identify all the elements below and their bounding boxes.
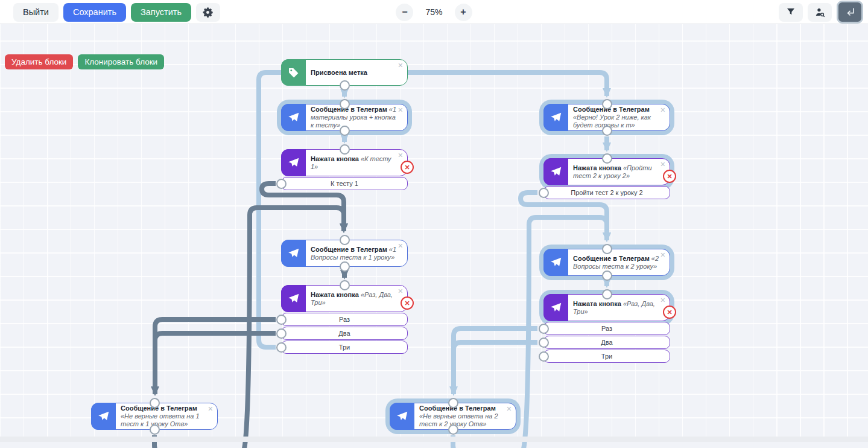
flow-node-button-test1[interactable]: Нажата кнопка «К тесту 1» × ✕ К тесту 1 [281,149,408,190]
button-row[interactable]: Пройти тест 2 к уроку 2 [543,186,670,199]
telegram-icon [281,240,306,267]
close-icon[interactable]: × [661,295,665,305]
flow-node-button-test2[interactable]: Нажата кнопка «Пройти тест 2 к уроку 2» … [543,158,670,199]
telegram-icon [543,158,568,185]
node-title: Присвоена метка [311,69,367,76]
connector-in[interactable] [340,235,350,245]
telegram-icon [91,403,116,430]
connector-in[interactable] [602,153,612,164]
button-row[interactable]: Два [543,336,670,349]
button-row[interactable]: К тесту 1 [281,177,408,190]
return-arrow-icon [844,6,856,18]
close-icon[interactable]: × [661,105,665,115]
clone-blocks-button[interactable]: Клонировать блоки [78,54,164,69]
flow-node-message-quiz2[interactable]: Сообщение в Телеграм «2 Вопросы теста к … [543,249,670,276]
connector-out[interactable] [340,261,350,272]
error-badge-icon[interactable]: ✕ [663,170,676,183]
close-icon[interactable]: × [398,286,403,296]
connector-out[interactable] [602,126,612,136]
telegram-icon [281,149,306,176]
user-search-icon [814,7,826,18]
connector-out[interactable] [276,342,287,353]
minus-icon: − [402,7,407,18]
connection-lines [0,24,868,448]
telegram-icon [543,249,568,276]
node-subtitle: «Верно! Урок 2 ниже, как будет готовы к … [573,114,651,129]
connector-out[interactable] [340,126,350,136]
connector-in[interactable] [602,99,612,109]
close-icon[interactable]: × [398,105,403,115]
filter-button[interactable] [779,3,803,22]
flow-node-message-wrong2[interactable]: Сообщение в Телеграм «Не верные ответа н… [390,403,516,430]
zoom-level: 75% [425,7,442,17]
connector-in[interactable] [602,244,612,254]
node-title: Нажата кнопка [311,291,359,298]
node-title: Сообщение в Телеграм [573,255,650,262]
connector-in[interactable] [150,398,160,408]
close-icon[interactable]: × [661,159,665,169]
flow-node-button-answers1[interactable]: Нажата кнопка «Раз, Два, Три» × ✕ Раз Дв… [281,285,408,354]
button-row[interactable]: Три [281,341,408,354]
connector-out[interactable] [276,328,287,339]
flow-node-label-assigned[interactable]: Присвоена метка × [281,59,408,86]
connector-out[interactable] [448,424,458,435]
error-badge-icon[interactable]: ✕ [663,306,676,319]
zoom-in-button[interactable]: + [455,4,472,21]
connector-out[interactable] [150,424,160,435]
close-icon[interactable]: × [507,404,512,414]
horizontal-scrollbar[interactable] [0,437,868,442]
connector-out[interactable] [276,315,287,325]
button-row[interactable]: Два [281,327,408,340]
delete-blocks-button[interactable]: Удалить блоки [5,54,73,69]
close-icon[interactable]: × [208,404,213,414]
connector-out[interactable] [539,351,549,362]
telegram-icon [543,104,568,131]
node-title: Нажата кнопка [573,300,621,307]
connector-out[interactable] [340,80,350,91]
flow-node-message-correct1[interactable]: Сообщение в Телеграм «Верно! Урок 2 ниже… [543,104,670,131]
flow-canvas[interactable]: Удалить блоки Клонировать блоки Присвоен… [0,24,868,442]
connector-in[interactable] [602,289,612,299]
zoom-out-button[interactable]: − [396,4,413,21]
telegram-icon [543,294,568,321]
plus-icon: + [460,7,466,18]
telegram-icon [281,285,306,312]
connector-out[interactable] [539,338,549,348]
connector-out[interactable] [602,270,612,281]
flow-node-message-lesson1[interactable]: Сообщение в Телеграм «1 материалы урока … [281,104,408,131]
node-subtitle: «Не верные ответа на 2 тест к 2 уроку От… [419,412,498,427]
error-badge-icon[interactable]: ✕ [401,161,414,174]
flow-node-button-answers2[interactable]: Нажата кнопка «Раз, Два, Три» × ✕ Раз Дв… [543,294,670,363]
flow-node-message-quiz1[interactable]: Сообщение в Телеграм «1 Вопросы теста к … [281,240,408,267]
node-subtitle: «Не верные ответа на 1 тест к 1 уроку От… [121,412,200,427]
close-icon[interactable]: × [398,241,403,251]
telegram-icon [390,403,414,430]
connector-in[interactable] [340,144,350,155]
connector-in[interactable] [340,280,350,290]
user-search-button[interactable] [808,3,832,22]
connector-out[interactable] [539,188,549,198]
connector-in[interactable] [340,99,350,109]
connector-in[interactable] [448,398,458,408]
collapse-panel-button[interactable] [837,1,863,24]
filter-icon [785,7,796,18]
node-title: Сообщение в Телеграм [311,246,387,253]
close-icon[interactable]: × [398,150,403,160]
button-row[interactable]: Раз [543,322,670,335]
flow-node-message-wrong1[interactable]: Сообщение в Телеграм «Не верные ответа н… [91,403,218,430]
telegram-icon [281,104,306,131]
close-icon[interactable]: × [398,60,403,70]
connector-out[interactable] [539,324,549,334]
error-badge-icon[interactable]: ✕ [401,296,414,310]
node-title: Нажата кнопка [573,164,621,171]
top-toolbar: Выйти Сохранить Запустить − 75% + [0,0,868,24]
button-row[interactable]: Раз [281,313,408,326]
connector-out[interactable] [276,179,287,189]
button-row[interactable]: Три [543,350,670,363]
node-title: Нажата кнопка [311,155,359,162]
tag-icon [281,59,306,86]
close-icon[interactable]: × [661,250,665,260]
